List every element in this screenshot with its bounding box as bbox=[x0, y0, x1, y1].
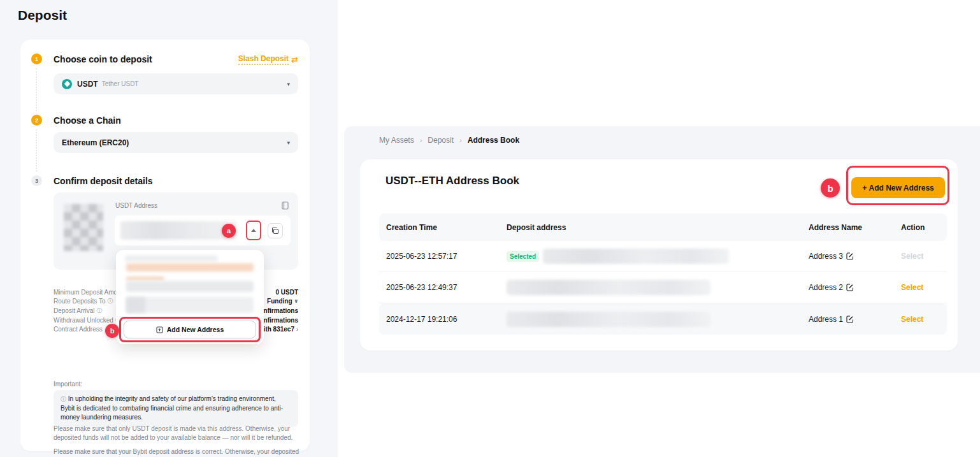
detail-label: Route Deposits To bbox=[54, 298, 106, 305]
info-icon: ⓘ bbox=[108, 297, 113, 305]
detail-value: with 831ec7 bbox=[259, 326, 294, 333]
address-book-icon[interactable] bbox=[281, 201, 289, 210]
info-icon: ⓘ bbox=[61, 396, 66, 402]
usdt-address-label: USDT Address bbox=[115, 202, 157, 209]
step-1-badge: 1 bbox=[31, 54, 42, 64]
step-2-badge: 2 bbox=[31, 115, 42, 126]
select-action[interactable]: Select bbox=[901, 315, 923, 324]
annotation-b-badge: b bbox=[821, 178, 840, 198]
plus-icon: + bbox=[862, 184, 867, 192]
address-dropdown-panel: Add New Address bbox=[116, 250, 264, 344]
usdt-coin-icon bbox=[62, 79, 72, 89]
aml-note: ⓘ In upholding the integrity and safety … bbox=[54, 390, 298, 427]
deposit-address-field: a bbox=[115, 215, 291, 245]
chevron-down-icon: ▾ bbox=[287, 81, 290, 87]
address-name: Address 1 bbox=[809, 315, 843, 324]
step-connector bbox=[36, 68, 37, 111]
address-dropdown-collapse-button[interactable] bbox=[246, 221, 261, 240]
chevron-right-icon: › bbox=[296, 326, 298, 333]
add-new-address-label: Add New Address bbox=[167, 326, 224, 333]
add-new-address-button[interactable]: + Add New Address bbox=[851, 177, 945, 198]
address-book-title: USDT--ETH Address Book bbox=[386, 175, 519, 187]
breadcrumb: My Assets › Deposit › Address Book bbox=[379, 136, 519, 145]
address-option-blurred[interactable] bbox=[126, 297, 145, 313]
coin-full-name: Tether USDT bbox=[102, 80, 139, 87]
slash-deposit-link[interactable]: Slash Deposit ⇄ bbox=[238, 54, 298, 65]
row-creation-time: 2024-12-17 19:21:06 bbox=[379, 315, 507, 324]
address-name: Address 3 bbox=[809, 252, 843, 261]
row-creation-time: 2025-06-23 12:49:37 bbox=[379, 283, 507, 292]
triangle-up-icon bbox=[251, 229, 256, 232]
select-action[interactable]: Select bbox=[901, 283, 923, 292]
step-1-title: Choose coin to deposit bbox=[54, 54, 152, 64]
deposit-warnings: Please make sure that only USDT deposit … bbox=[54, 424, 306, 457]
edit-icon[interactable] bbox=[846, 252, 854, 260]
deposit-page-column: Deposit 1 2 3 Choose coin to deposit Sla… bbox=[0, 0, 338, 457]
warning-paragraph: Please make sure that only USDT deposit … bbox=[54, 424, 306, 442]
address-option-blurred[interactable] bbox=[126, 297, 254, 313]
selected-badge: Selected bbox=[507, 251, 539, 262]
annotation-a-badge: a bbox=[222, 224, 236, 238]
plus-square-icon bbox=[156, 326, 163, 333]
edit-icon[interactable] bbox=[846, 284, 854, 291]
deposit-address-blurred bbox=[120, 221, 236, 240]
slash-deposit-label: Slash Deposit bbox=[238, 54, 289, 65]
step-3-title: Confirm deposit details bbox=[54, 176, 153, 186]
detail-label: Contract Address bbox=[54, 326, 103, 333]
address-book-card: USDT--ETH Address Book + Add New Address… bbox=[360, 159, 958, 351]
deposit-address-blurred bbox=[543, 249, 729, 264]
detail-label: Minimum Deposit Amount bbox=[54, 289, 126, 296]
address-name: Address 2 bbox=[809, 283, 843, 292]
table-header-row: Creation Time Deposit address Address Na… bbox=[379, 214, 947, 241]
aml-note-text: In upholding the integrity and safety of… bbox=[61, 395, 283, 421]
annotation-b-badge: b bbox=[105, 324, 119, 338]
important-label: Important: bbox=[54, 381, 82, 388]
detail-value: 0 USDT bbox=[275, 289, 298, 296]
breadcrumb-deposit[interactable]: Deposit bbox=[428, 136, 454, 145]
coin-select[interactable]: USDT Tether USDT ▾ bbox=[54, 73, 298, 94]
header-address-name: Address Name bbox=[809, 223, 901, 232]
table-row: 2024-12-17 19:21:06 Address 1 Select bbox=[379, 303, 947, 335]
header-deposit-address: Deposit address bbox=[507, 223, 809, 232]
select-action: Select bbox=[901, 252, 923, 261]
add-new-address-dropdown-button[interactable]: Add New Address bbox=[124, 321, 256, 338]
add-new-address-label: Add New Address bbox=[869, 184, 934, 192]
address-option-blurred[interactable] bbox=[126, 263, 254, 272]
chevron-right-icon: › bbox=[459, 136, 462, 144]
address-book-table: Creation Time Deposit address Address Na… bbox=[379, 214, 947, 335]
edit-icon[interactable] bbox=[846, 316, 854, 323]
address-option-blurred[interactable] bbox=[126, 281, 254, 292]
chevron-down-icon: ∨ bbox=[294, 298, 299, 304]
breadcrumb-my-assets[interactable]: My Assets bbox=[379, 136, 414, 145]
chevron-right-icon: › bbox=[420, 136, 422, 144]
chain-value: Ethereum (ERC20) bbox=[62, 138, 129, 147]
header-action: Action bbox=[901, 223, 947, 232]
coin-symbol: USDT bbox=[77, 80, 98, 89]
detail-value: Funding bbox=[267, 298, 292, 305]
copy-address-button[interactable] bbox=[268, 223, 283, 238]
table-row: 2025-06-23 12:49:37 Address 2 Select bbox=[379, 272, 947, 303]
info-icon: ⓘ bbox=[96, 307, 102, 315]
deposit-card: 1 2 3 Choose coin to deposit Slash Depos… bbox=[20, 40, 310, 451]
breadcrumb-address-book: Address Book bbox=[468, 136, 519, 145]
chevron-down-icon: ▾ bbox=[287, 140, 290, 146]
detail-label: Deposit Arrival bbox=[54, 307, 94, 314]
step-2-title: Choose a Chain bbox=[54, 115, 121, 126]
page-title: Deposit bbox=[18, 8, 67, 23]
deposit-address-blurred bbox=[507, 280, 710, 295]
qr-code-blurred bbox=[64, 204, 103, 251]
address-option-blurred[interactable] bbox=[125, 256, 218, 261]
copy-icon bbox=[271, 227, 279, 235]
detail-label: Withdrawal Unlocked bbox=[54, 317, 113, 324]
swap-arrows-icon: ⇄ bbox=[291, 55, 298, 64]
step-connector bbox=[36, 129, 37, 171]
warning-paragraph: Please make sure that your Bybit deposit… bbox=[54, 447, 306, 457]
deposit-address-blurred bbox=[507, 312, 710, 327]
table-row: 2025-06-23 12:57:17 Selected Address 3 S… bbox=[379, 241, 947, 272]
header-creation-time: Creation Time bbox=[379, 223, 507, 232]
address-option-blurred[interactable] bbox=[126, 277, 164, 280]
address-book-panel: My Assets › Deposit › Address Book USDT-… bbox=[344, 126, 980, 373]
step-3-badge: 3 bbox=[31, 175, 42, 186]
row-creation-time: 2025-06-23 12:57:17 bbox=[379, 252, 507, 261]
chain-select[interactable]: Ethereum (ERC20) ▾ bbox=[54, 132, 298, 153]
